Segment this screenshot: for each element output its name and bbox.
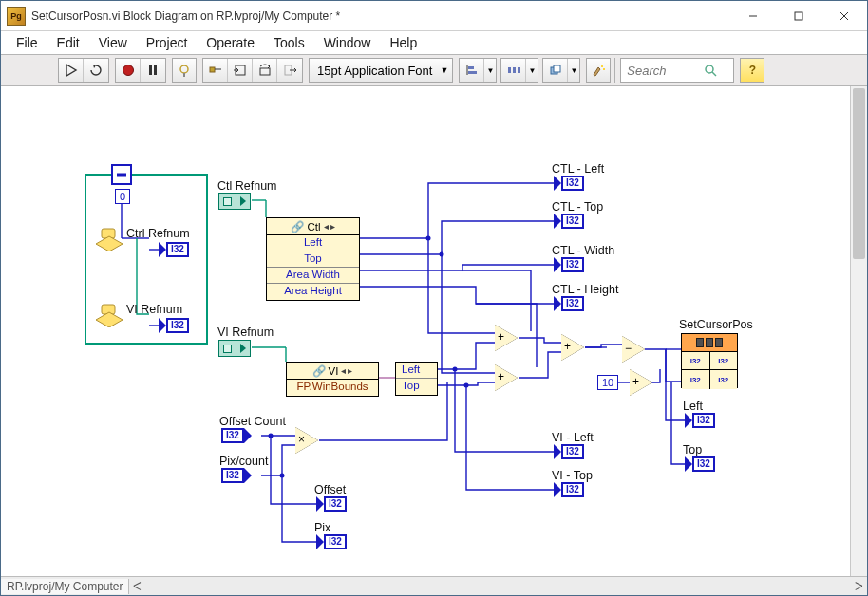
menu-help[interactable]: Help <box>382 33 425 52</box>
indicator-ctl-height[interactable]: I32 <box>554 296 584 311</box>
retain-wires-button[interactable] <box>203 59 228 82</box>
svg-rect-20 <box>554 65 560 72</box>
reorder-button[interactable] <box>543 59 568 82</box>
add-node-2[interactable] <box>495 364 518 391</box>
constant-ten[interactable]: 10 <box>597 375 618 390</box>
font-select[interactable]: 15pt Application Font ▼ <box>309 58 453 83</box>
status-project-tab[interactable]: RP.lvproj/My Computer <box>1 579 129 594</box>
abort-button[interactable] <box>116 59 141 82</box>
indicator-top[interactable]: I32 <box>685 456 715 472</box>
pause-button[interactable] <box>141 59 165 82</box>
caret-down-icon: ▼ <box>440 65 448 75</box>
svg-rect-16 <box>508 67 511 73</box>
titlebar: Pg SetCursorPosn.vi Block Diagram on RP.… <box>1 1 867 31</box>
property-node-ctl[interactable]: 🔗Ctl◂▸ Left Top Area Width Area Height <box>266 217 360 301</box>
menu-operate[interactable]: Operate <box>198 33 262 52</box>
label-pix-count: Pix/count <box>219 455 268 468</box>
distribute-caret[interactable]: ▼ <box>526 59 538 82</box>
statusbar: RP.lvproj/My Computer ᐸ ᐳ <box>1 576 867 595</box>
distribute-button[interactable] <box>501 59 526 82</box>
control-offset-count[interactable]: I32 <box>221 428 252 443</box>
vertical-scrollbar[interactable] <box>850 86 867 576</box>
svg-rect-15 <box>468 71 477 74</box>
search-icon <box>703 63 718 78</box>
svg-point-25 <box>426 236 431 241</box>
control-pix-count[interactable]: I32 <box>221 468 252 483</box>
run-group <box>58 58 109 83</box>
indicator-vi-refnum[interactable]: I32 <box>159 318 189 333</box>
menu-window[interactable]: Window <box>316 33 379 52</box>
control-vi-refnum[interactable] <box>218 340 251 357</box>
label-offset: Offset <box>314 483 346 496</box>
menu-view[interactable]: View <box>91 33 135 52</box>
link-icon: 🔗 <box>312 364 326 378</box>
label-ctl-refnum: Ctl Refnum <box>217 179 277 193</box>
indicator-ctrl-refnum[interactable]: I32 <box>159 242 189 257</box>
highlight-button[interactable] <box>172 58 197 83</box>
unbundle-node[interactable]: Left Top <box>395 362 438 396</box>
indicator-offset[interactable]: I32 <box>316 496 347 512</box>
minimize-button[interactable] <box>730 1 776 31</box>
svg-point-27 <box>453 367 458 372</box>
run-button[interactable] <box>59 59 84 82</box>
indicator-vi-left[interactable]: I32 <box>554 444 584 459</box>
control-ctl-refnum[interactable] <box>218 193 251 210</box>
menu-tools[interactable]: Tools <box>266 33 312 52</box>
app-window: Pg SetCursorPosn.vi Block Diagram on RP.… <box>0 0 868 596</box>
step-out-button[interactable] <box>277 59 302 82</box>
label-ctl-top: CTL - Top <box>552 200 603 214</box>
svg-rect-9 <box>210 67 215 72</box>
indicator-ctl-top[interactable]: I32 <box>554 214 584 229</box>
add-node[interactable] <box>495 325 518 351</box>
subvi-ref-ctrl[interactable] <box>96 227 123 251</box>
block-diagram-canvas[interactable]: 0 Ctrl Refnum I32 VI Refnum I32 Ctl Refn… <box>1 86 867 576</box>
svg-point-21 <box>601 65 603 67</box>
svg-point-22 <box>603 68 605 70</box>
menu-project[interactable]: Project <box>139 33 196 52</box>
search-input[interactable] <box>625 63 703 79</box>
menu-file[interactable]: File <box>9 33 46 52</box>
multiply-node[interactable] <box>295 427 318 454</box>
step-over-button[interactable] <box>253 59 277 82</box>
align-caret[interactable]: ▼ <box>484 59 496 82</box>
context-help-button[interactable]: ? <box>740 58 764 83</box>
search-box[interactable] <box>620 58 734 83</box>
maximize-button[interactable] <box>776 1 821 31</box>
align-button[interactable] <box>460 59 484 82</box>
label-ctl-width: CTL - Width <box>552 244 614 257</box>
svg-line-24 <box>712 72 716 76</box>
indicator-ctl-width[interactable]: I32 <box>554 257 584 272</box>
subvi-ref-vi[interactable] <box>96 303 123 327</box>
run-continuously-button[interactable] <box>84 59 108 82</box>
svg-point-30 <box>269 434 274 438</box>
add-node-4[interactable] <box>630 369 652 396</box>
menubar: File Edit View Project Operate Tools Win… <box>1 31 867 54</box>
cleanup-button[interactable] <box>586 58 611 83</box>
constant-zero[interactable]: 0 <box>115 189 130 204</box>
label-vi-top: VI - Top <box>552 469 593 482</box>
svg-rect-18 <box>518 67 520 73</box>
scroll-left-icon[interactable]: ᐸ <box>129 580 145 593</box>
close-button[interactable] <box>821 1 867 31</box>
svg-rect-11 <box>260 68 270 75</box>
svg-point-23 <box>706 65 713 73</box>
menu-edit[interactable]: Edit <box>49 33 87 52</box>
reorder-caret[interactable]: ▼ <box>568 59 579 82</box>
indicator-vi-top[interactable]: I32 <box>554 482 584 497</box>
window-title: SetCursorPosn.vi Block Diagram on RP.lvp… <box>31 9 348 23</box>
subtract-node[interactable] <box>622 336 645 363</box>
svg-point-29 <box>280 474 285 478</box>
indicator-ctl-left[interactable]: I32 <box>554 176 584 191</box>
scroll-right-icon[interactable]: ᐳ <box>851 580 867 593</box>
indicator-pix[interactable]: I32 <box>316 534 347 549</box>
property-node-vi[interactable]: 🔗VI◂▸ FP.WinBounds <box>286 362 379 397</box>
structure-selector[interactable] <box>111 164 132 185</box>
label-ctl-height: CTL - Height <box>552 283 618 296</box>
app-icon: Pg <box>7 7 26 26</box>
add-node-3[interactable] <box>561 334 584 361</box>
scroll-thumb[interactable] <box>853 88 865 259</box>
font-label: 15pt Application Font <box>317 64 432 78</box>
cln-setcursorpos[interactable]: I32I32 I32I32 <box>681 333 738 388</box>
indicator-left[interactable]: I32 <box>685 413 715 428</box>
step-into-button[interactable] <box>228 59 253 82</box>
